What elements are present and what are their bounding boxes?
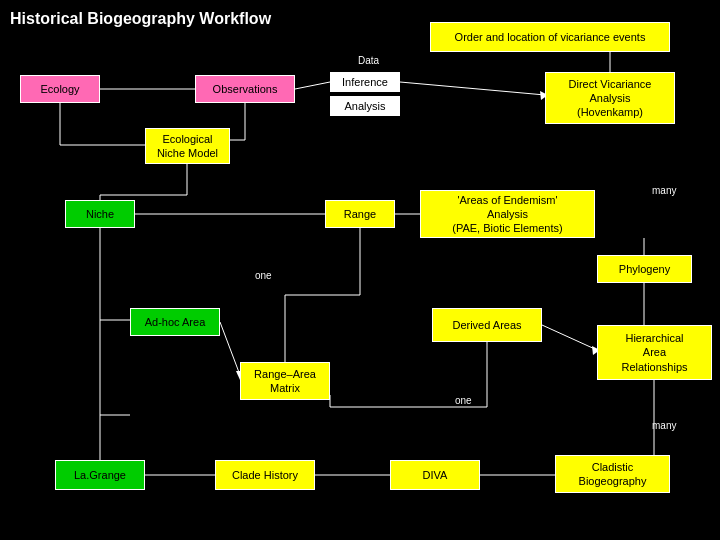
node-eco_niche: Ecological Niche Model (145, 128, 230, 164)
node-phylogeny: Phylogeny (597, 255, 692, 283)
node-clade_history: Clade History (215, 460, 315, 490)
node-areas_endemism: 'Areas of Endemism' Analysis (PAE, Bioti… (420, 190, 595, 238)
node-hier_area: Hierarchical Area Relationships (597, 325, 712, 380)
page-title: Historical Biogeography Workflow (10, 10, 271, 28)
svg-line-15 (400, 82, 545, 95)
one-label-1: one (255, 270, 272, 281)
node-cladistic: Cladistic Biogeography (555, 455, 670, 493)
workflow-canvas: Historical Biogeography Workflow (0, 0, 720, 540)
node-range: Range (325, 200, 395, 228)
svg-line-25 (220, 322, 240, 375)
node-range_area: Range–Area Matrix (240, 362, 330, 400)
node-inference: Inference (330, 72, 400, 92)
many-label-1: many (652, 185, 676, 196)
data-label: Data (358, 55, 379, 66)
one-label-2: one (455, 395, 472, 406)
node-ecology: Ecology (20, 75, 100, 103)
node-derived_areas: Derived Areas (432, 308, 542, 342)
node-adhoc: Ad-hoc Area (130, 308, 220, 336)
node-order_location: Order and location of vicariance events (430, 22, 670, 52)
svg-line-2 (295, 82, 330, 89)
node-niche: Niche (65, 200, 135, 228)
node-diva: DIVA (390, 460, 480, 490)
node-analysis_box: Analysis (330, 96, 400, 116)
node-direct_vicariance: Direct Vicariance Analysis (Hovenkamp) (545, 72, 675, 124)
node-observations: Observations (195, 75, 295, 103)
node-lagrange: La.Grange (55, 460, 145, 490)
many-label-2: many (652, 420, 676, 431)
svg-line-31 (542, 325, 597, 350)
